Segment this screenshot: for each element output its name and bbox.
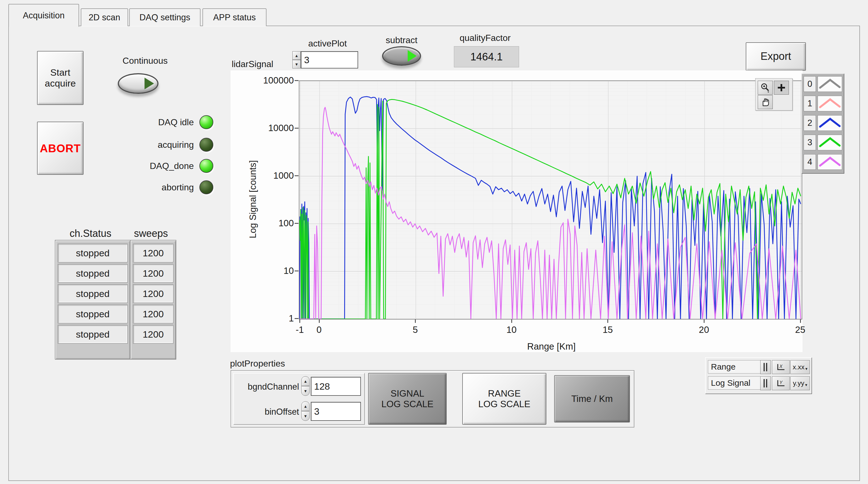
line-sample-icon	[818, 96, 841, 110]
x-tick-mark	[607, 320, 608, 323]
line-sample-icon	[818, 76, 841, 91]
x-tick-label: 15	[595, 325, 620, 335]
legend-plot-1-number[interactable]: 1	[804, 96, 816, 111]
bgnd-channel-decrement-icon[interactable]: ▼	[301, 386, 310, 396]
sweeps-column: 1200 1200 1200 1200 1200	[130, 240, 176, 360]
legend-plot-2-line-sample[interactable]	[817, 115, 842, 131]
sweeps-cell[interactable]: 1200	[133, 325, 174, 344]
lidar-signal-plot-area[interactable]	[299, 80, 802, 320]
subtract-label: subtract	[382, 35, 421, 45]
x-tick-label: 10	[499, 325, 524, 335]
sweeps-cell[interactable]: 1200	[133, 264, 174, 283]
bin-offset-spinner[interactable]: ▲ ▼	[301, 401, 310, 421]
led-acquiring	[199, 138, 213, 152]
y-tick-mark	[294, 128, 299, 129]
signal-log-scale-button[interactable]: SIGNAL LOG SCALE	[368, 373, 447, 425]
y-autoscale-button[interactable]: Y	[772, 376, 790, 390]
led-aborting-label: aborting	[124, 182, 194, 193]
y-tick-mark	[294, 270, 299, 271]
graph-tools-palette	[755, 78, 793, 110]
x-tick-label: 0	[307, 325, 332, 335]
abort-label: ABORT	[40, 142, 81, 155]
y-format-button[interactable]: y.yy▾	[790, 376, 810, 390]
bin-offset-increment-icon[interactable]: ▲	[301, 401, 310, 411]
zoom-tool-button[interactable]	[758, 81, 773, 95]
ch-status-column: stopped stopped stopped stopped stopped	[55, 240, 131, 360]
continuous-label: Continuous	[117, 56, 173, 66]
lock-icon	[764, 379, 768, 387]
ch-status-cell[interactable]: stopped	[58, 304, 128, 323]
legend-plot-4-line-sample[interactable]	[817, 154, 842, 170]
x-autoscale-button[interactable]: X	[772, 360, 790, 374]
legend-plot-0-line-sample[interactable]	[817, 76, 842, 92]
x-tick-mark	[704, 320, 705, 323]
x-tick-mark	[800, 320, 801, 323]
ch-status-cell[interactable]: stopped	[58, 264, 128, 283]
y-axis-title: Log Signal [counts]	[248, 160, 258, 238]
export-label: Export	[761, 51, 791, 63]
bin-offset-decrement-icon[interactable]: ▼	[301, 411, 310, 421]
subtract-toggle[interactable]	[382, 46, 421, 66]
bgnd-channel-input[interactable]: 128	[311, 377, 361, 396]
sweeps-cell[interactable]: 1200	[133, 244, 174, 262]
bgnd-channel-increment-icon[interactable]: ▲	[301, 376, 310, 386]
active-plot-spinner[interactable]: ▲ ▼	[292, 51, 301, 68]
sweeps-cell[interactable]: 1200	[133, 304, 174, 323]
y-scale-lock-button[interactable]	[760, 376, 771, 390]
range-log-scale-button[interactable]: RANGE LOG SCALE	[462, 373, 546, 425]
export-button[interactable]: Export	[746, 42, 806, 71]
caret-down-icon: ▾	[805, 382, 807, 387]
x-scale-name[interactable]: Range	[708, 360, 762, 374]
tab-acquisition[interactable]: Acquisition	[8, 4, 79, 27]
scale-legend: Range X x.xx▾ Log Signal Y y.yy▾	[705, 357, 812, 394]
y-tick-label: 100000	[252, 75, 294, 86]
legend-plot-3-line-sample[interactable]	[817, 135, 842, 150]
y-axis-icon: Y	[776, 379, 785, 387]
ch-status-cell[interactable]: stopped	[58, 244, 128, 262]
hand-icon	[761, 97, 770, 107]
zoom-in-tool-button[interactable]	[774, 81, 789, 95]
legend-plot-4-number[interactable]: 4	[804, 154, 816, 170]
start-acquire-button[interactable]: Start acquire	[37, 51, 84, 105]
legend-plot-2-number[interactable]: 2	[804, 115, 816, 131]
y-scale-name[interactable]: Log Signal	[708, 376, 762, 390]
continuous-toggle[interactable]	[118, 73, 158, 94]
tab-app-status[interactable]: APP status	[203, 8, 267, 26]
active-plot-decrement-icon[interactable]: ▼	[292, 60, 301, 68]
time-km-button[interactable]: Time / Km	[554, 375, 630, 422]
start-acquire-label: Start acquire	[45, 67, 76, 89]
bin-offset-input[interactable]: 3	[311, 402, 361, 421]
ch-status-cell[interactable]: stopped	[58, 325, 128, 344]
sweeps-cell[interactable]: 1200	[133, 284, 174, 303]
x-tick-mark	[511, 320, 512, 323]
plus-icon	[777, 84, 785, 92]
active-plot-increment-icon[interactable]: ▲	[292, 51, 301, 60]
tab-daq-settings-label: DAQ settings	[140, 12, 190, 23]
app-window: Acquisition 2D scan DAQ settings APP sta…	[0, 0, 868, 484]
x-format-label: x.xx	[793, 363, 805, 371]
led-daq-done-label: DAQ_done	[124, 161, 194, 171]
x-tick-mark	[415, 320, 416, 323]
x-tick-label: 5	[403, 325, 428, 335]
pan-tool-button[interactable]	[758, 95, 773, 109]
quality-factor-value: 1464.1	[470, 51, 503, 63]
x-tick-label: 25	[788, 325, 813, 335]
legend-plot-3-number[interactable]: 3	[804, 135, 816, 150]
subtract-toggle-arrow-icon	[408, 50, 416, 62]
x-tick-mark	[319, 320, 320, 323]
tab-daq-settings[interactable]: DAQ settings	[129, 8, 200, 26]
bgnd-channel-spinner[interactable]: ▲ ▼	[301, 376, 310, 396]
abort-button[interactable]: ABORT	[37, 122, 84, 175]
active-plot-value: 3	[304, 55, 309, 65]
active-plot-input[interactable]: 3	[301, 51, 358, 68]
x-scale-lock-button[interactable]	[760, 360, 771, 374]
tab-app-status-label: APP status	[213, 12, 256, 23]
legend-plot-0-number[interactable]: 0	[804, 76, 816, 92]
x-format-button[interactable]: x.xx▾	[790, 360, 810, 374]
legend-plot-1-line-sample[interactable]	[817, 96, 842, 111]
y-tick-label: 1	[252, 313, 294, 324]
tab-2d-scan[interactable]: 2D scan	[81, 8, 128, 26]
ch-status-cell[interactable]: stopped	[58, 284, 128, 303]
y-tick-label: 1000	[252, 170, 294, 181]
active-plot-label: activePlot	[300, 38, 355, 49]
